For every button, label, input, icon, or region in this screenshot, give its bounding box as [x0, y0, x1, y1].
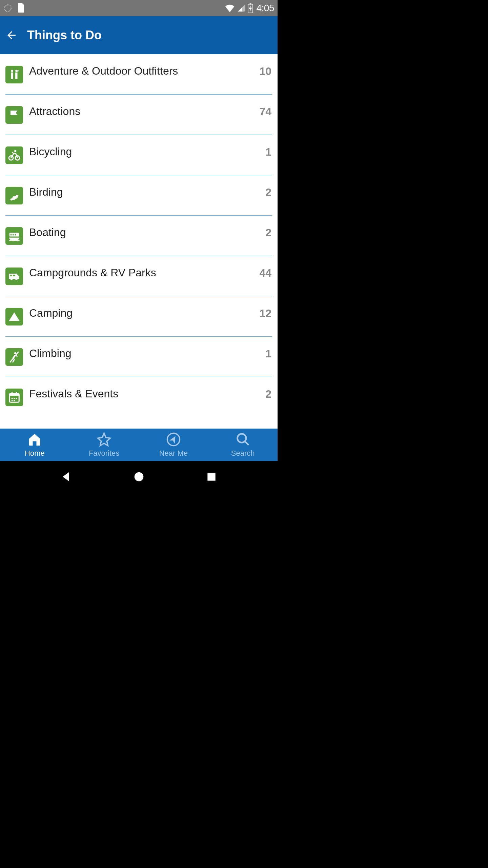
svg-point-0: [4, 5, 11, 12]
category-label: Boating: [23, 226, 265, 238]
svg-rect-5: [11, 73, 13, 79]
svg-point-29: [134, 472, 143, 481]
bike-icon: [5, 146, 23, 164]
signal-icon: [237, 4, 246, 12]
category-row[interactable]: Birding2: [5, 175, 272, 216]
app-bar: Things to Do: [0, 16, 278, 54]
tab-near-me[interactable]: Near Me: [139, 429, 208, 461]
category-label: Adventure & Outdoor Outfitters: [23, 65, 259, 77]
boat-icon: [5, 227, 23, 245]
category-row[interactable]: Camping12: [5, 296, 272, 337]
category-count: 1: [265, 348, 272, 360]
svg-point-10: [16, 193, 17, 194]
svg-point-28: [237, 434, 246, 443]
category-label: Campgrounds & RV Parks: [23, 267, 259, 279]
nav-recent-icon[interactable]: [205, 470, 218, 485]
loading-icon: [3, 4, 12, 13]
category-count: 10: [259, 65, 272, 78]
svg-rect-15: [10, 275, 12, 276]
calendar-icon: [5, 389, 23, 406]
svg-point-24: [16, 398, 17, 399]
category-row[interactable]: Attractions74: [5, 95, 272, 135]
status-time: 4:05: [257, 3, 274, 14]
category-label: Birding: [23, 186, 265, 198]
svg-rect-12: [11, 234, 12, 236]
category-row[interactable]: Climbing1: [5, 337, 272, 377]
category-row[interactable]: Adventure & Outdoor Outfitters10: [5, 54, 272, 95]
tent-icon: [5, 308, 23, 326]
svg-point-4: [15, 70, 17, 72]
home-icon: [27, 432, 42, 448]
svg-rect-21: [16, 392, 17, 394]
category-count: 2: [265, 388, 272, 400]
svg-rect-6: [15, 73, 17, 79]
category-count: 74: [259, 105, 272, 118]
svg-point-25: [12, 400, 13, 401]
category-label: Festivals & Events: [23, 388, 265, 400]
category-count: 2: [265, 226, 272, 239]
nav-home-icon[interactable]: [132, 470, 146, 485]
svg-rect-19: [9, 394, 19, 396]
nav-back-icon[interactable]: [59, 470, 73, 485]
bottom-tabs: HomeFavoritesNear MeSearch: [0, 429, 278, 461]
category-row[interactable]: Campgrounds & RV Parks44: [5, 256, 272, 296]
status-bar: 4:05: [0, 0, 278, 16]
category-count: 12: [259, 307, 272, 320]
svg-point-9: [14, 150, 16, 152]
tab-label: Search: [231, 449, 255, 458]
svg-point-23: [14, 398, 15, 399]
rv-icon: [5, 268, 23, 285]
back-arrow-icon[interactable]: [5, 29, 18, 41]
system-nav-bar: [0, 461, 278, 494]
battery-charging-icon: [248, 3, 253, 13]
climb-icon: [5, 348, 23, 366]
svg-rect-13: [13, 234, 14, 236]
outfitters-icon: [5, 66, 23, 83]
category-label: Attractions: [23, 105, 259, 117]
tab-label: Near Me: [159, 449, 188, 458]
compass-icon: [166, 432, 181, 448]
category-count: 44: [259, 267, 272, 279]
svg-rect-30: [208, 473, 216, 480]
sd-card-icon: [17, 3, 25, 13]
category-row[interactable]: Festivals & Events2: [5, 377, 272, 417]
svg-rect-20: [12, 392, 13, 394]
star-icon: [97, 432, 111, 448]
tab-search[interactable]: Search: [208, 429, 278, 461]
svg-point-26: [14, 400, 15, 401]
bird-icon: [5, 187, 23, 204]
category-count: 1: [265, 146, 272, 158]
tab-home[interactable]: Home: [0, 429, 69, 461]
svg-rect-14: [15, 234, 16, 236]
page-title: Things to Do: [27, 28, 102, 42]
wifi-icon: [225, 4, 235, 12]
category-label: Camping: [23, 307, 259, 319]
category-label: Bicycling: [23, 146, 265, 158]
tab-label: Home: [25, 449, 45, 458]
category-list: Adventure & Outdoor Outfitters10Attracti…: [0, 54, 278, 429]
category-row[interactable]: Boating2: [5, 216, 272, 256]
svg-point-22: [12, 398, 13, 399]
tab-favorites[interactable]: Favorites: [69, 429, 139, 461]
flag-icon: [5, 106, 23, 124]
category-label: Climbing: [23, 348, 265, 359]
svg-point-3: [11, 70, 13, 72]
tab-label: Favorites: [89, 449, 119, 458]
svg-rect-2: [249, 3, 251, 5]
category-row[interactable]: Bicycling1: [5, 135, 272, 175]
category-count: 2: [265, 186, 272, 199]
search-icon: [236, 432, 250, 448]
svg-rect-16: [13, 275, 15, 276]
